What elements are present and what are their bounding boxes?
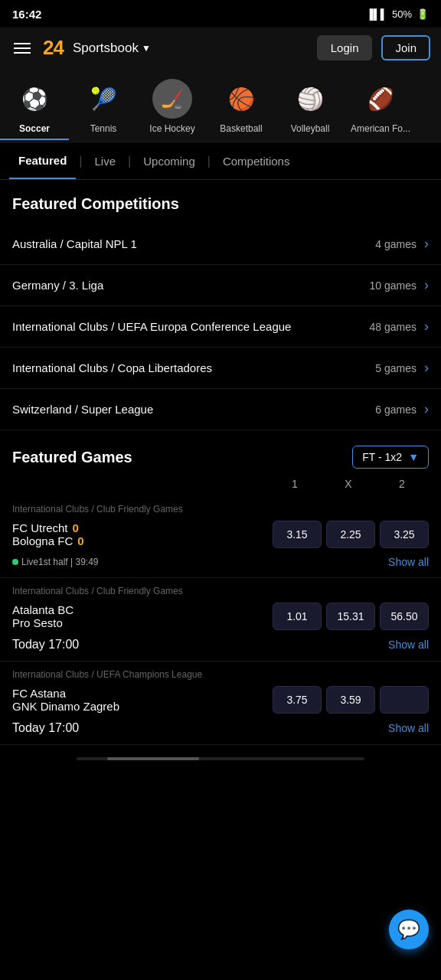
volleyball-icon: 🏐 <box>290 79 330 119</box>
sportsbook-selector[interactable]: Sportsbook ▼ <box>73 41 151 56</box>
chat-fab-button[interactable]: 💬 <box>389 910 429 949</box>
team-row: FC Utrecht 0 <box>12 521 265 534</box>
status-bar: 16:42 ▐▌▌ 50% 🔋 <box>0 0 441 28</box>
chevron-right-icon: › <box>424 236 429 252</box>
featured-games-header: Featured Games FT - 1x2 ▼ <box>0 430 441 478</box>
sports-bar: ⚽ Soccer 🎾 Tennis 🏒 Ice Hockey 🏀 Basketb… <box>0 68 441 143</box>
chevron-right-icon: › <box>424 401 429 417</box>
join-button[interactable]: Join <box>381 35 430 60</box>
game-card-2: International Clubs / Club Friendly Game… <box>0 578 441 662</box>
battery-icon: 🔋 <box>416 8 429 20</box>
american-football-icon: 🏈 <box>361 79 400 119</box>
featured-games-section: Featured Games FT - 1x2 ▼ 1 X 2 Internat… <box>0 430 441 745</box>
game-row: FC Astana GNK Dinamo Zagreb 3.75 3.59 <box>0 683 441 717</box>
tab-upcoming[interactable]: Upcoming <box>134 144 204 178</box>
status-right: ▐▌▌ 50% 🔋 <box>366 8 429 20</box>
odd-btn-2[interactable] <box>380 686 429 714</box>
competition-row[interactable]: Australia / Capital NPL 1 4 games › <box>0 224 441 265</box>
featured-games-title: Featured Games <box>12 449 132 466</box>
login-button[interactable]: Login <box>317 35 373 60</box>
odd-btn-x[interactable]: 3.59 <box>326 686 375 714</box>
odds-col-1: 1 <box>268 478 322 490</box>
chevron-right-icon: › <box>424 277 429 293</box>
team-row: Pro Sesto <box>12 616 265 629</box>
odds-group: 3.75 3.59 <box>273 686 429 714</box>
odds-col-x: X <box>322 478 375 490</box>
team-row: Bologna FC 0 <box>12 534 265 547</box>
odds-group: 1.01 15.31 56.50 <box>273 603 429 630</box>
tab-featured[interactable]: Featured <box>9 143 76 179</box>
live-badge: Live1st half | 39:49 <box>12 557 99 567</box>
competition-row[interactable]: Germany / 3. Liga 10 games › <box>0 265 441 306</box>
tabs-bar: Featured | Live | Upcoming | Competition… <box>0 143 441 180</box>
competition-row[interactable]: International Clubs / UEFA Europa Confer… <box>0 306 441 348</box>
sport-tennis[interactable]: 🎾 Tennis <box>69 74 138 140</box>
featured-competitions-title: Featured Competitions <box>0 180 441 224</box>
show-all-button[interactable]: Show all <box>388 639 429 651</box>
odd-btn-1[interactable]: 3.75 <box>273 686 322 714</box>
team-row: GNK Dinamo Zagreb <box>12 700 265 713</box>
chevron-right-icon: › <box>424 360 429 376</box>
odd-btn-x[interactable]: 15.31 <box>326 603 375 630</box>
hamburger-menu[interactable] <box>11 40 34 57</box>
game-league: International Clubs / Club Friendly Game… <box>0 578 441 599</box>
show-all-button[interactable]: Show all <box>388 556 429 568</box>
sport-basketball[interactable]: 🏀 Basketball <box>207 74 276 140</box>
game-footer: Today 17:00 Show all <box>0 717 441 745</box>
game-time: Today 17:00 <box>12 638 79 652</box>
signal-icon: ▐▌▌ <box>366 8 387 20</box>
odds-header: 1 X 2 <box>0 478 441 496</box>
live-dot-icon <box>12 559 18 565</box>
odd-btn-1[interactable]: 1.01 <box>273 603 322 630</box>
tennis-icon: 🎾 <box>83 79 123 119</box>
status-time: 16:42 <box>12 8 41 21</box>
game-footer: Today 17:00 Show all <box>0 633 441 662</box>
dropdown-arrow-icon: ▼ <box>408 451 419 463</box>
game-footer: Live1st half | 39:49 Show all <box>0 551 441 578</box>
ft-dropdown[interactable]: FT - 1x2 ▼ <box>352 446 429 469</box>
dropdown-arrow-icon: ▼ <box>142 43 151 54</box>
featured-competitions-section: Featured Competitions Australia / Capita… <box>0 180 441 430</box>
tab-live[interactable]: Live <box>86 144 126 178</box>
game-row: Atalanta BC Pro Sesto 1.01 15.31 56.50 <box>0 599 441 633</box>
tab-competitions[interactable]: Competitions <box>214 144 299 178</box>
team-row: Atalanta BC <box>12 603 265 616</box>
odd-btn-x[interactable]: 2.25 <box>326 521 375 548</box>
sport-soccer[interactable]: ⚽ Soccer <box>0 74 69 140</box>
game-league: International Clubs / UEFA Champions Lea… <box>0 662 441 683</box>
odd-btn-1[interactable]: 3.15 <box>273 521 322 548</box>
game-card-1: International Clubs / Club Friendly Game… <box>0 496 441 578</box>
app-logo: 24 <box>43 36 64 60</box>
sport-ice-hockey[interactable]: 🏒 Ice Hockey <box>138 74 207 140</box>
team-row: FC Astana <box>12 687 265 700</box>
odd-btn-2[interactable]: 3.25 <box>380 521 429 548</box>
odds-col-2: 2 <box>375 478 429 490</box>
show-all-button[interactable]: Show all <box>388 722 429 734</box>
game-row: FC Utrecht 0 Bologna FC 0 3.15 2.25 3.25 <box>0 518 441 551</box>
app-header: 24 Sportsbook ▼ Login Join <box>0 28 441 68</box>
odds-group: 3.15 2.25 3.25 <box>273 521 429 548</box>
ice-hockey-icon: 🏒 <box>152 79 192 119</box>
game-card-3: International Clubs / UEFA Champions Lea… <box>0 662 441 745</box>
competition-row[interactable]: Switzerland / Super League 6 games › <box>0 389 441 430</box>
basketball-icon: 🏀 <box>221 79 261 119</box>
battery-indicator: 50% <box>392 8 412 20</box>
scroll-thumb <box>107 757 199 760</box>
sport-volleyball[interactable]: 🏐 Volleyball <box>276 74 345 140</box>
competition-row[interactable]: International Clubs / Copa Libertadores … <box>0 348 441 389</box>
scroll-indicator <box>77 757 364 760</box>
game-time: Today 17:00 <box>12 721 79 735</box>
chat-icon: 💬 <box>397 919 420 940</box>
game-league: International Clubs / Club Friendly Game… <box>0 496 441 518</box>
chevron-right-icon: › <box>424 318 429 335</box>
soccer-icon: ⚽ <box>15 79 54 119</box>
odd-btn-2[interactable]: 56.50 <box>380 603 429 630</box>
sport-american-football[interactable]: 🏈 American Fo... <box>345 74 416 140</box>
